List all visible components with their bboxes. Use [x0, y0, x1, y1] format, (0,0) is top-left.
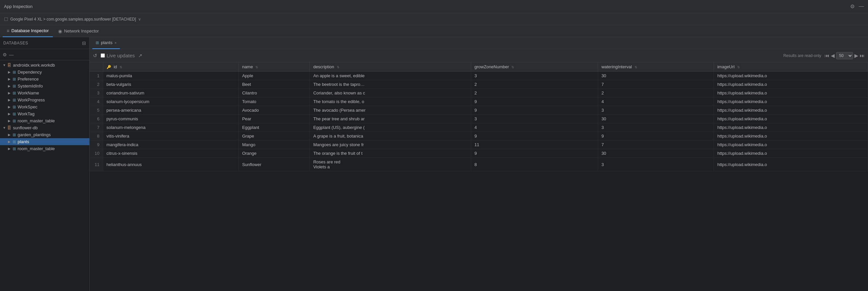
table-row[interactable]: 7 solanum-melongena Eggplant Eggplant (U…	[90, 123, 868, 132]
table-row[interactable]: 6 pyrus-communis Pear The pear tree and …	[90, 115, 868, 123]
tree-item-systemidinfo[interactable]: ▶ ⊞ SystemIdInfo	[0, 82, 89, 89]
inspector-tabs: ≡ Database Inspector ◉ Network Inspector	[0, 25, 868, 37]
tree-arrow: ▶	[8, 91, 12, 95]
tree-label: sunflower-db	[13, 125, 37, 130]
cell-name: Pear	[239, 115, 310, 123]
sidebar-header: Databases ⊟	[0, 37, 89, 49]
cell-name: Eggplant	[239, 123, 310, 132]
cell-id: pyrus-communis	[103, 115, 239, 123]
cell-rownum: 7	[90, 123, 103, 132]
cell-name: Beet	[239, 80, 310, 89]
tree-label: room_master_table	[18, 146, 55, 151]
cell-name: Avocado	[239, 106, 310, 115]
remove-sidebar-icon[interactable]: —	[9, 52, 13, 57]
filter-icon[interactable]: ⊟	[82, 40, 86, 46]
tree-arrow: ▶	[8, 133, 12, 137]
tree-item-plants[interactable]: ▶ ⊞ plants	[0, 138, 89, 145]
cell-rownum: 10	[90, 149, 103, 158]
export-query-icon[interactable]: ↗	[138, 53, 143, 59]
results-readonly-label: Results are read-only	[783, 53, 821, 58]
refresh-query-icon[interactable]: ↺	[93, 53, 97, 59]
cell-watering: 3	[598, 158, 714, 171]
tree-item-preference[interactable]: ▶ ⊞ Preference	[0, 76, 89, 82]
table-body: 1 malus-pumila Apple An apple is a sweet…	[90, 72, 868, 171]
cell-description: The beetroot is the tapro…	[310, 80, 471, 89]
table-icon: ⊞	[12, 119, 16, 123]
prev-page-icon[interactable]: ◀	[831, 53, 835, 59]
sidebar: Databases ⊟ ⚙ — ▼ 🗄 androidx.work.workdb…	[0, 37, 90, 291]
table-row[interactable]: 2 beta-vulgaris Beet The beetroot is the…	[90, 80, 868, 89]
tree-item-dependency[interactable]: ▶ ⊞ Dependency	[0, 69, 89, 76]
cell-id: beta-vulgaris	[103, 80, 239, 89]
tree-item-garden-plantings[interactable]: ▶ ⊞ garden_plantings	[0, 131, 89, 138]
tree-item-worktag[interactable]: ▶ ⊞ WorkTag	[0, 110, 89, 117]
cell-grow-zone: 2	[471, 80, 598, 89]
tree-arrow: ▶	[8, 119, 12, 123]
cell-image-url: https://upload.wikimedia.o	[714, 132, 868, 141]
live-updates-checkbox[interactable]	[101, 53, 105, 58]
col-name[interactable]: name ⇅	[239, 62, 310, 72]
tree-item-workname[interactable]: ▶ ⊞ WorkName	[0, 89, 89, 97]
cell-id: mangifera-indica	[103, 141, 239, 149]
table-icon: ⊞	[12, 105, 16, 109]
last-page-icon[interactable]: ⏭	[860, 53, 865, 58]
tab-database-inspector[interactable]: ≡ Database Inspector	[3, 25, 53, 37]
tree-item-workprogress[interactable]: ▶ ⊞ WorkProgress	[0, 97, 89, 103]
next-page-icon[interactable]: ▶	[855, 53, 858, 59]
tree-item-room-master-table[interactable]: ▶ ⊞ room_master_table	[0, 117, 89, 124]
table-row[interactable]: 4 solanum-lycopersicum Tomato The tomato…	[90, 98, 868, 106]
table-row[interactable]: 5 persea-americana Avocado The avocado (…	[90, 106, 868, 115]
tree-arrow: ▼	[3, 126, 7, 130]
col-grow-zone[interactable]: growZoneNumber ⇅	[471, 62, 598, 72]
cell-name: Orange	[239, 149, 310, 158]
cell-rownum: 4	[90, 98, 103, 106]
col-description[interactable]: description ⇅	[310, 62, 471, 72]
table-row[interactable]: 11 helianthus-annuus Sunflower Roses are…	[90, 158, 868, 171]
tab-network-inspector[interactable]: ◉ Network Inspector	[54, 25, 103, 37]
data-table: 🔑 id ⇅ name ⇅ description ⇅	[90, 62, 868, 171]
tree-label: WorkTag	[18, 111, 34, 116]
tree-item-sunflower-db[interactable]: ▼ 🗄 sunflower-db	[0, 124, 89, 131]
tree-arrow: ▼	[3, 63, 7, 67]
tree-label: Preference	[18, 77, 39, 81]
tree-item-androidx-work-workdb[interactable]: ▼ 🗄 androidx.work.workdb	[0, 62, 89, 69]
db-icon: 🗄	[7, 125, 11, 130]
settings-sidebar-icon[interactable]: ⚙	[3, 52, 7, 57]
content-area: ⊞ plants × ↺ Live updates ↗ Results are …	[90, 37, 868, 291]
tree-label: garden_plantings	[18, 132, 51, 137]
tree-label: WorkProgress	[18, 98, 45, 102]
first-page-icon[interactable]: ⏮	[825, 53, 830, 58]
table-row[interactable]: 10 citrus-x-sinensis Orange The orange i…	[90, 149, 868, 158]
tree-item-workspec[interactable]: ▶ ⊞ WorkSpec	[0, 103, 89, 110]
cell-rownum: 8	[90, 132, 103, 141]
settings-icon[interactable]: ⚙	[850, 3, 855, 10]
tree-item-room-master-table[interactable]: ▶ ⊞ room_master_table	[0, 145, 89, 152]
page-size-select[interactable]: 50 100 500	[836, 52, 853, 59]
table-row[interactable]: 3 coriandrum-sativum Cilantro Coriander,…	[90, 89, 868, 98]
close-tab-icon[interactable]: ×	[115, 41, 117, 45]
cell-image-url: https://upload.wikimedia.o	[714, 149, 868, 158]
cell-name: Apple	[239, 72, 310, 80]
cell-rownum: 11	[90, 158, 103, 171]
sort-icon-id: ⇅	[120, 65, 122, 69]
col-id[interactable]: 🔑 id ⇅	[103, 62, 239, 72]
cell-grow-zone: 8	[471, 158, 598, 171]
device-chevron-icon[interactable]: ∨	[138, 17, 141, 22]
query-toolbar: ↺ Live updates ↗ Results are read-only ⏮…	[90, 49, 868, 62]
tree-arrow: ▶	[8, 84, 12, 88]
cell-id: malus-pumila	[103, 72, 239, 80]
cell-grow-zone: 9	[471, 106, 598, 115]
table-row[interactable]: 8 vitis-vinifera Grape A grape is a frui…	[90, 132, 868, 141]
tree-label: androidx.work.workdb	[13, 63, 55, 68]
cell-watering: 7	[598, 141, 714, 149]
tree-label: plants	[18, 139, 29, 144]
cell-watering: 9	[598, 132, 714, 141]
query-tab-plants[interactable]: ⊞ plants ×	[92, 37, 120, 49]
table-row[interactable]: 9 mangifera-indica Mango Mangoes are jui…	[90, 141, 868, 149]
minimize-icon[interactable]: —	[859, 3, 864, 10]
net-inspector-icon: ◉	[58, 29, 62, 34]
cell-id: solanum-lycopersicum	[103, 98, 239, 106]
col-watering[interactable]: wateringInterval ⇅	[598, 62, 714, 72]
table-row[interactable]: 1 malus-pumila Apple An apple is a sweet…	[90, 72, 868, 80]
col-image-url[interactable]: imageUrl ⇅	[714, 62, 868, 72]
